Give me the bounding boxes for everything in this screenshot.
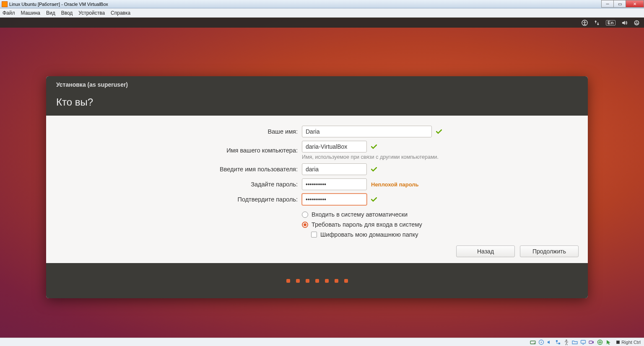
installer-progress-dots — [46, 263, 588, 298]
installer-window-title: Установка (as superuser) — [56, 81, 578, 88]
maximize-button[interactable]: ▭ — [613, 0, 626, 8]
svg-rect-8 — [556, 340, 558, 342]
virtualbox-menubar: Файл Машина Вид Ввод Устройства Справка — [0, 8, 644, 18]
power-icon[interactable] — [634, 20, 640, 26]
svg-rect-9 — [558, 343, 560, 344]
menu-view[interactable]: Вид — [46, 10, 55, 16]
ubuntu-top-panel: En — [0, 18, 644, 28]
svg-point-1 — [584, 21, 585, 22]
progress-dot — [296, 279, 300, 283]
svg-point-5 — [534, 343, 535, 343]
keyboard-layout-indicator[interactable]: En — [606, 20, 615, 26]
radio-auto-login-label: Входить в систему автоматически — [312, 211, 408, 218]
sound-icon[interactable] — [621, 20, 628, 26]
svg-rect-4 — [530, 341, 535, 344]
virtualbox-icon — [2, 1, 8, 7]
checkbox-encrypt-home-label: Шифровать мою домашнюю папку — [320, 231, 418, 238]
host-window-title: Linux Ubuntu [Работает] - Oracle VM Virt… — [9, 2, 108, 7]
progress-dot — [306, 279, 309, 283]
radio-icon — [302, 222, 308, 228]
display-status-icon[interactable] — [580, 339, 586, 345]
host-key-led-icon — [616, 341, 620, 344]
computer-name-hint: Имя, используемое при связи с другими ко… — [302, 154, 439, 160]
check-icon — [371, 197, 377, 202]
label-username: Введите имя пользователя: — [59, 166, 298, 173]
progress-dot — [344, 279, 348, 283]
virtualbox-statusbar: Right Ctrl — [0, 338, 644, 346]
password-input[interactable] — [302, 178, 367, 190]
radio-require-password[interactable]: Требовать пароль для входа в систему — [302, 221, 575, 228]
optical-drive-icon[interactable] — [538, 339, 544, 345]
check-icon — [371, 167, 377, 172]
back-button[interactable]: Назад — [456, 245, 515, 257]
svg-rect-12 — [589, 341, 592, 343]
network-icon[interactable] — [594, 20, 600, 26]
progress-dot — [286, 279, 290, 283]
audio-status-icon[interactable] — [547, 339, 553, 345]
installer-heading: Кто вы? — [56, 96, 578, 108]
menu-devices[interactable]: Устройства — [78, 10, 105, 16]
checkbox-icon — [311, 232, 317, 238]
host-window-titlebar: Linux Ubuntu [Работает] - Oracle VM Virt… — [0, 0, 644, 8]
radio-icon — [302, 212, 308, 218]
menu-input[interactable]: Ввод — [61, 10, 73, 16]
accessibility-icon[interactable] — [582, 20, 588, 26]
label-computer-name: Имя вашего компьютера: — [59, 147, 298, 154]
your-name-input[interactable] — [302, 126, 432, 137]
check-icon — [371, 145, 377, 149]
radio-require-password-label: Требовать пароль для входа в систему — [312, 221, 422, 228]
close-button[interactable]: ✕ — [626, 0, 644, 8]
label-password: Задайте пароль: — [59, 181, 298, 188]
username-input[interactable] — [302, 163, 367, 175]
menu-machine[interactable]: Машина — [21, 10, 40, 16]
usb-status-icon[interactable] — [564, 339, 569, 345]
progress-dot — [315, 279, 319, 283]
minimize-button[interactable]: ─ — [601, 0, 614, 8]
confirm-password-input[interactable] — [302, 194, 367, 205]
svg-point-7 — [541, 341, 542, 343]
label-your-name: Ваше имя: — [59, 128, 298, 135]
password-strength-label: Неплохой пароль — [371, 181, 419, 188]
progress-dot — [335, 279, 338, 283]
hard-disk-icon[interactable] — [530, 339, 536, 345]
label-confirm-password: Подтвердите пароль: — [59, 196, 298, 203]
radio-auto-login[interactable]: Входить в систему автоматически — [302, 211, 575, 218]
guest-additions-icon[interactable] — [597, 339, 603, 345]
mouse-integration-icon[interactable] — [605, 339, 611, 345]
check-icon — [436, 129, 442, 134]
host-key-indicator[interactable]: Right Ctrl — [616, 340, 641, 345]
host-key-label: Right Ctrl — [621, 340, 641, 345]
network-status-icon[interactable] — [555, 339, 561, 345]
checkbox-encrypt-home[interactable]: Шифровать мою домашнюю папку — [311, 231, 575, 238]
progress-dot — [325, 279, 329, 283]
menu-file[interactable]: Файл — [3, 10, 15, 16]
menu-help[interactable]: Справка — [111, 10, 130, 16]
svg-rect-10 — [581, 340, 586, 343]
installer-window: Установка (as superuser) Кто вы? Ваше им… — [46, 76, 588, 298]
guest-desktop: En Установка (as superuser) Кто вы? Ваше… — [0, 18, 644, 338]
installer-header: Установка (as superuser) Кто вы? — [46, 76, 588, 116]
recording-status-icon[interactable] — [589, 339, 595, 345]
shared-folders-icon[interactable] — [572, 339, 578, 345]
computer-name-input[interactable] — [302, 141, 367, 152]
installer-body: Ваше имя: Имя вашего компьютера: Имя, ис… — [46, 116, 588, 263]
continue-button[interactable]: Продолжить — [520, 245, 579, 257]
